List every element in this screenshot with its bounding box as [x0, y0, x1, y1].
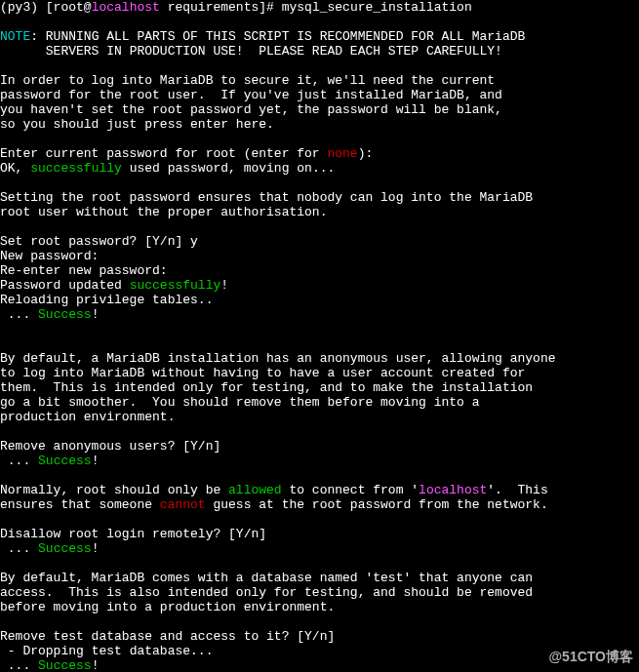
- para-4: By default, MariaDB comes with a databas…: [0, 571, 533, 614]
- enter-pw-prefix: Enter current password for root (enter f…: [0, 146, 327, 161]
- dropping: - Dropping test database...: [0, 644, 213, 658]
- enter-pw-suffix: ):: [358, 146, 374, 161]
- bang-4: !: [92, 541, 100, 556]
- note-text-2: SERVERS IN PRODUCTION USE! PLEASE READ E…: [0, 44, 502, 59]
- successfully-1: successfully: [30, 161, 122, 176]
- bang-3: !: [92, 454, 100, 468]
- disallow-q: Disallow root login remotely? [Y/n]: [0, 527, 266, 541]
- note-text-1: : RUNNING ALL PARTS OF THIS SCRIPT IS RE…: [30, 29, 525, 44]
- bang-2: !: [92, 307, 100, 322]
- none-word: none: [327, 146, 357, 161]
- watermark: @51CTO博客: [548, 650, 633, 664]
- prompt-cmd: mysql_secure_installation: [282, 0, 472, 15]
- norm-suffix-2: guess at the root password from the netw…: [206, 497, 548, 512]
- remove-anon-q: Remove anonymous users? [Y/n]: [0, 439, 220, 454]
- dots-3: ...: [0, 541, 38, 556]
- success-1: Success: [38, 307, 92, 322]
- para-1: In order to log into MariaDB to secure i…: [0, 73, 502, 132]
- norm-mid: to connect from ': [282, 483, 419, 497]
- norm-prefix: Normally, root should only be: [0, 483, 228, 497]
- reenter-pw: Re-enter new password:: [0, 263, 168, 278]
- note-label: NOTE: [0, 29, 30, 44]
- ok-suffix: used password, moving on...: [122, 161, 335, 176]
- dots-1: ...: [0, 307, 38, 322]
- para-3: By default, a MariaDB installation has a…: [0, 351, 556, 424]
- successfully-2: successfully: [130, 278, 221, 293]
- cannot-word: cannot: [160, 497, 206, 512]
- prompt-suffix: requirements]#: [160, 0, 282, 15]
- localhost-word: localhost: [419, 483, 487, 497]
- success-4: Success: [38, 658, 92, 672]
- prompt-prefix: (py3) [root@: [0, 0, 92, 15]
- success-2: Success: [38, 454, 92, 468]
- remove-test-q: Remove test database and access to it? […: [0, 629, 335, 644]
- pw-updated-prefix: Password updated: [0, 278, 130, 293]
- reloading: Reloading privilege tables..: [0, 293, 213, 307]
- para-2: Setting the root password ensures that n…: [0, 190, 533, 219]
- dots-2: ...: [0, 454, 38, 468]
- bang-5: !: [92, 658, 100, 672]
- prompt-host: localhost: [92, 0, 160, 15]
- new-pw: New password:: [0, 249, 99, 263]
- ok-prefix: OK,: [0, 161, 30, 176]
- dots-4: ...: [0, 658, 38, 672]
- allowed-word: allowed: [228, 483, 282, 497]
- success-3: Success: [38, 541, 92, 556]
- bang-1: !: [220, 278, 228, 293]
- set-root-q: Set root password? [Y/n] y: [0, 234, 198, 249]
- terminal-output: (py3) [root@localhost requirements]# mys…: [0, 0, 639, 672]
